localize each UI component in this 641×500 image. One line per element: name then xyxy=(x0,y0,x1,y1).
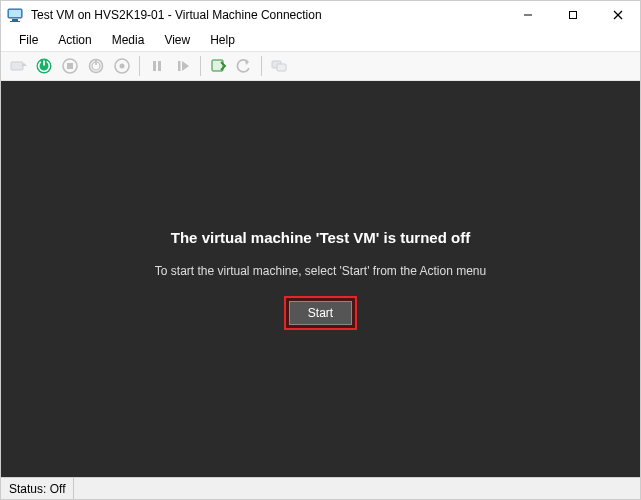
turn-off-icon xyxy=(57,53,83,79)
menu-media[interactable]: Media xyxy=(102,31,155,49)
status-text: Status: Off xyxy=(1,478,74,499)
shutdown-icon xyxy=(83,53,109,79)
svg-rect-19 xyxy=(153,61,156,71)
svg-rect-2 xyxy=(12,19,18,21)
pause-icon xyxy=(144,53,170,79)
menu-view[interactable]: View xyxy=(154,31,200,49)
svg-rect-20 xyxy=(158,61,161,71)
vm-off-heading: The virtual machine 'Test VM' is turned … xyxy=(171,229,470,246)
svg-rect-24 xyxy=(277,64,286,71)
window-title: Test VM on HVS2K19-01 - Virtual Machine … xyxy=(31,8,322,22)
save-icon xyxy=(109,53,135,79)
menu-action[interactable]: Action xyxy=(48,31,101,49)
vm-off-instruction: To start the virtual machine, select 'St… xyxy=(155,264,486,278)
svg-rect-3 xyxy=(10,21,20,22)
svg-rect-13 xyxy=(67,63,73,69)
status-bar: Status: Off xyxy=(1,477,640,499)
checkpoint-icon[interactable] xyxy=(205,53,231,79)
enhanced-session-icon xyxy=(266,53,292,79)
app-icon xyxy=(7,6,25,24)
maximize-button[interactable] xyxy=(550,1,595,29)
minimize-button[interactable] xyxy=(505,1,550,29)
close-button[interactable] xyxy=(595,1,640,29)
menu-help[interactable]: Help xyxy=(200,31,245,49)
ctrl-alt-del-icon xyxy=(5,53,31,79)
revert-icon xyxy=(231,53,257,79)
toolbar-separator xyxy=(139,56,140,76)
reset-icon xyxy=(170,53,196,79)
toolbar xyxy=(1,51,640,81)
vmconnect-window: Test VM on HVS2K19-01 - Virtual Machine … xyxy=(0,0,641,500)
menu-file[interactable]: File xyxy=(9,31,48,49)
toolbar-separator xyxy=(261,56,262,76)
titlebar: Test VM on HVS2K19-01 - Virtual Machine … xyxy=(1,1,640,29)
svg-rect-5 xyxy=(569,12,576,19)
start-icon[interactable] xyxy=(31,53,57,79)
menubar: File Action Media View Help xyxy=(1,29,640,51)
svg-point-18 xyxy=(120,64,125,69)
start-button-highlight: Start xyxy=(284,296,357,330)
toolbar-separator xyxy=(200,56,201,76)
start-button[interactable]: Start xyxy=(289,301,352,325)
vm-display-area: The virtual machine 'Test VM' is turned … xyxy=(1,81,640,477)
svg-rect-1 xyxy=(9,10,21,17)
svg-rect-21 xyxy=(178,61,181,71)
